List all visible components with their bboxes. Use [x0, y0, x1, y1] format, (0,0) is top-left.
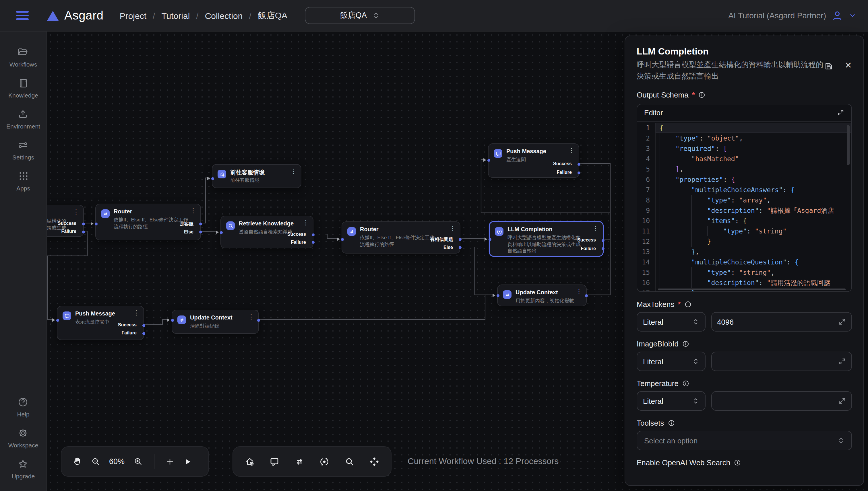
workflow-node-goto-service[interactable]: 前往客服情境前往客服情境⋮	[212, 164, 301, 188]
code-line-7[interactable]: 7"multipleChoiceAnswers": {	[637, 185, 851, 195]
schema-editor[interactable]: Editor 1{2"type": "object",3"required": …	[636, 104, 852, 292]
editor-horizontal-scrollbar[interactable]	[658, 289, 846, 290]
input-port[interactable]	[496, 294, 499, 297]
sidebar-item-settings[interactable]: Settings	[12, 139, 34, 161]
output-port[interactable]	[257, 319, 260, 321]
llm-node-button[interactable]	[319, 456, 329, 467]
toolsets-select[interactable]: Select an option	[636, 431, 852, 450]
output-port-Success[interactable]	[82, 222, 85, 225]
apps-node-button[interactable]	[369, 456, 379, 467]
workflow-node-llm-completion[interactable]: LLM Completion呼叫大型語言模型並產生結構化的資料輸出以輔助流程的決…	[489, 222, 603, 256]
code-line-10[interactable]: 10"items": {	[637, 216, 851, 226]
workflow-node-retrieve-knowledge[interactable]: Retrieve Knowledge透過自然語言檢索知識庫⋮Success Fa…	[220, 216, 314, 249]
input-port[interactable]	[220, 231, 222, 234]
output-port-Failure[interactable]	[602, 247, 604, 250]
code-line-15[interactable]: 15"type": "string",	[637, 267, 851, 278]
code-line-12[interactable]: 12}	[637, 236, 851, 247]
input-port[interactable]	[171, 319, 174, 321]
editor-expand-icon[interactable]	[837, 109, 844, 116]
user-icon[interactable]	[831, 9, 843, 22]
kebab-menu-icon[interactable]: ⋮	[302, 220, 309, 226]
workflow-node-router-2[interactable]: Router依據If、Else If、Else條件決定工作流程執行的路徑⋮有相似…	[342, 222, 460, 254]
code-line-2[interactable]: 2"type": "object",	[637, 133, 851, 143]
kebab-menu-icon[interactable]: ⋮	[568, 147, 575, 154]
output-port-Failure[interactable]	[312, 241, 315, 244]
kebab-menu-icon[interactable]: ⋮	[291, 168, 297, 174]
kebab-menu-icon[interactable]: ⋮	[73, 209, 79, 215]
workflow-node-push-message-bottom[interactable]: Push Message表示流量控管中⋮Success Failure	[57, 306, 144, 340]
breadcrumb-item-Collection[interactable]: Collection	[205, 10, 243, 20]
sidebar-item-apps[interactable]: Apps	[16, 170, 30, 192]
retrieve-node-button[interactable]	[344, 456, 354, 467]
code-line-3[interactable]: 3"required": [	[637, 143, 851, 154]
input-port[interactable]	[341, 238, 344, 241]
sidebar-item-knowledge[interactable]: Knowledge	[8, 78, 38, 99]
breadcrumb-item-Tutorial[interactable]: Tutorial	[161, 10, 190, 20]
info-icon[interactable]	[684, 300, 692, 308]
info-icon[interactable]	[667, 419, 675, 427]
imageblobid-input[interactable]	[717, 357, 835, 366]
output-port-Failure[interactable]	[142, 332, 145, 335]
output-port-Else[interactable]	[199, 231, 202, 233]
input-port[interactable]	[488, 238, 491, 241]
output-port-有相似問題[interactable]	[459, 238, 462, 241]
editor-vertical-scrollbar[interactable]	[847, 125, 850, 165]
router-node-button[interactable]	[295, 456, 305, 467]
code-line-16[interactable]: 16"description": "請用活潑的語氣回應	[637, 278, 851, 288]
output-port-Success[interactable]	[577, 163, 580, 166]
input-port[interactable]	[211, 177, 214, 180]
zoom-out-button[interactable]	[91, 457, 101, 466]
kebab-menu-icon[interactable]: ⋮	[576, 289, 582, 295]
code-area[interactable]: 1{2"type": "object",3"required": [4"hasM…	[637, 122, 851, 292]
input-port[interactable]	[487, 158, 490, 162]
code-line-9[interactable]: 9"description": "請根據『Asgard酒店	[637, 205, 851, 216]
sidebar-item-environment[interactable]: Environment	[6, 108, 40, 129]
input-port[interactable]	[56, 319, 59, 321]
code-line-1[interactable]: 1{	[637, 123, 851, 133]
workflow-node-update-context-top[interactable]: Update Context用於更新內容，初始化變數⋮	[497, 285, 587, 306]
sidebar-item-upgrade[interactable]: Upgrade	[12, 458, 35, 480]
maxtokens-input[interactable]	[717, 317, 835, 326]
temperature-input[interactable]	[717, 397, 835, 405]
code-line-5[interactable]: 5],	[637, 164, 851, 174]
workflow-node-router-1[interactable]: Router依據If、Else If、Else條件決定工作流程執行的路徑⋮是客服…	[95, 204, 201, 240]
kebab-menu-icon[interactable]: ⋮	[248, 314, 254, 320]
output-port-Success[interactable]	[142, 324, 145, 327]
output-port-Success[interactable]	[312, 233, 315, 236]
code-line-8[interactable]: 8"type": "array",	[637, 195, 851, 205]
kebab-menu-icon[interactable]: ⋮	[133, 310, 139, 316]
breadcrumb-item-Project[interactable]: Project	[120, 10, 146, 20]
scene-node-button[interactable]	[245, 456, 255, 467]
temperature-mode-select[interactable]: Literal	[636, 391, 706, 411]
workflow-node-llm-partial[interactable]: LLM Completion呼叫大型語言模型並產生結構化的資料輸出以輔助流程的決…	[47, 205, 84, 237]
output-port-是客服[interactable]	[199, 222, 202, 225]
code-line-11[interactable]: 11"type": "string"	[637, 226, 851, 236]
close-icon[interactable]: ✕	[845, 60, 852, 70]
output-port[interactable]	[585, 294, 588, 297]
kebab-menu-icon[interactable]: ⋮	[592, 225, 599, 232]
chevron-down-icon[interactable]	[848, 11, 857, 20]
workflow-select[interactable]: 飯店QA	[304, 7, 415, 24]
workflow-node-update-context-bottom[interactable]: Update Context清除對話紀錄⋮	[172, 310, 259, 334]
info-icon[interactable]	[682, 380, 689, 387]
menu-icon[interactable]	[16, 11, 29, 20]
output-port-Success[interactable]	[602, 239, 604, 242]
expand-icon[interactable]	[838, 397, 846, 405]
output-port-Failure[interactable]	[577, 171, 580, 174]
output-port-Failure[interactable]	[82, 230, 85, 233]
save-icon[interactable]	[824, 61, 834, 71]
run-workflow-button[interactable]	[183, 457, 192, 466]
imageblobid-mode-select[interactable]: Literal	[636, 352, 706, 371]
workflow-node-push-message-top[interactable]: Push Message產生追問⋮Success Failure	[488, 143, 579, 178]
code-line-14[interactable]: 14"multipleChoiceQuestion": {	[637, 257, 851, 267]
sidebar-item-workflows[interactable]: Workflows	[9, 47, 37, 68]
output-port-Else[interactable]	[459, 246, 462, 249]
code-line-6[interactable]: 6"properties": {	[637, 174, 851, 185]
info-icon[interactable]	[682, 340, 689, 348]
kebab-menu-icon[interactable]: ⋮	[190, 208, 196, 214]
code-line-13[interactable]: 13},	[637, 247, 851, 257]
sidebar-item-workspace[interactable]: Workspace	[8, 427, 38, 449]
expand-icon[interactable]	[838, 357, 846, 365]
add-node-button[interactable]	[165, 457, 174, 466]
expand-icon[interactable]	[838, 318, 846, 326]
